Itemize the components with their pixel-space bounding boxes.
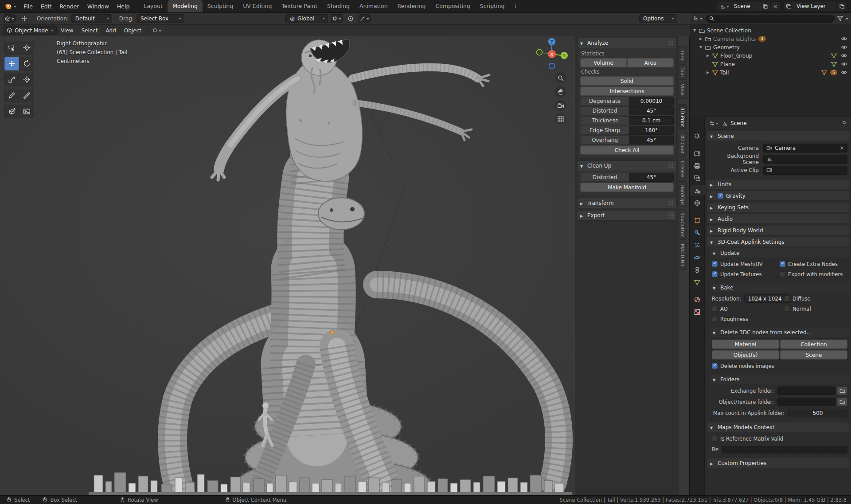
subpanel-header-delete-3dc-nodes[interactable]: Delete 3DC nodes from selected... xyxy=(710,328,849,337)
new-view-layer-button[interactable] xyxy=(837,2,847,11)
workspace-tab-texture-paint[interactable]: Texture Paint xyxy=(277,0,322,12)
update-textures-checkbox[interactable]: Update Textures xyxy=(712,271,761,277)
matrix-cell[interactable] xyxy=(785,446,800,453)
workspace-tab-animation[interactable]: Animation xyxy=(355,0,393,12)
3d-viewport[interactable]: Right Orthographic (63) Scene Collection… xyxy=(0,36,690,495)
delete-nodes-images-checkbox[interactable]: Delete nodes images xyxy=(712,363,774,369)
properties-tab-material[interactable] xyxy=(691,294,704,305)
snap-toggle-button[interactable] xyxy=(331,14,343,23)
properties-tab-particles[interactable] xyxy=(691,240,704,250)
mode-dropdown[interactable]: Object Mode xyxy=(3,26,57,35)
add-cube-tool-button[interactable] xyxy=(4,105,19,118)
annotate-tool-button[interactable] xyxy=(4,89,19,102)
move-tool-button[interactable] xyxy=(4,57,19,70)
normal-checkbox[interactable]: Normal xyxy=(784,306,811,312)
outliner-search-input[interactable] xyxy=(706,15,835,23)
panel-header-export[interactable]: Export xyxy=(578,211,676,220)
monster-model[interactable] xyxy=(172,39,559,495)
sidebar-tab-create[interactable]: Create xyxy=(679,158,687,180)
sidebar-tab-view[interactable]: View xyxy=(679,81,687,98)
panel-header-3d-coat-applink[interactable]: 3D-Coat Applink Settings xyxy=(707,237,849,247)
cursor-tool-button[interactable] xyxy=(20,41,34,55)
diffuse-checkbox[interactable]: Diffuse xyxy=(784,296,810,302)
menu-edit[interactable]: Edit xyxy=(37,0,55,12)
panel-header-rigid-body-world[interactable]: Rigid Body World xyxy=(707,225,849,235)
properties-tab-output[interactable] xyxy=(691,160,704,171)
sidebar-tab-hardops[interactable]: HardOps xyxy=(679,181,687,209)
subpanel-header-folders[interactable]: Folders xyxy=(710,375,849,384)
menu-window[interactable]: Window xyxy=(83,0,113,12)
properties-tab-world[interactable] xyxy=(691,198,704,208)
matrix-cell[interactable] xyxy=(800,446,816,453)
object-texture-folder-input[interactable] xyxy=(777,398,835,406)
hide-in-viewport-eye-icon[interactable] xyxy=(841,69,847,76)
blender-menu-button[interactable] xyxy=(0,3,20,10)
workspace-tab-sculpting[interactable]: Sculpting xyxy=(203,0,238,12)
intersections-check-button[interactable]: Intersections xyxy=(580,86,674,96)
delete-scene-button[interactable]: Scene xyxy=(780,350,847,359)
menu-file[interactable]: File xyxy=(20,0,37,12)
expand-arrow-icon[interactable] xyxy=(707,54,712,58)
outliner-row-tail[interactable]: Tail 5 xyxy=(690,68,851,77)
ao-checkbox[interactable]: AO xyxy=(712,306,728,312)
matrix-cell[interactable] xyxy=(753,446,769,453)
outliner-row-scene-collection[interactable]: Scene Collection xyxy=(690,26,851,35)
outliner-row-floor-group[interactable]: Floor_Group xyxy=(690,51,851,60)
delete-collection-button[interactable]: Collection xyxy=(780,340,847,349)
expand-arrow-icon[interactable] xyxy=(699,37,705,41)
properties-tab-texture[interactable] xyxy=(691,307,704,317)
background-scene-field[interactable] xyxy=(763,155,847,164)
panel-header-scene[interactable]: Scene xyxy=(707,131,849,141)
create-extra-nodes-checkbox[interactable]: Create Extra Nodes xyxy=(780,261,838,267)
unlink-scene-button[interactable] xyxy=(771,2,780,11)
scale-tool-button[interactable] xyxy=(4,73,19,86)
workspace-tab-rendering[interactable]: Rendering xyxy=(393,0,431,12)
expand-arrow-icon[interactable] xyxy=(699,45,705,49)
menu-render[interactable]: Render xyxy=(55,0,83,12)
workspace-tab-modeling[interactable]: Modeling xyxy=(168,0,203,12)
properties-tab-view-layer[interactable] xyxy=(691,173,704,183)
properties-tab-tool[interactable] xyxy=(691,131,704,141)
update-mesh-uv-checkbox[interactable]: Update Mesh/UV xyxy=(712,261,763,267)
chevron-down-icon[interactable] xyxy=(846,18,848,21)
camera-view-button[interactable] xyxy=(555,100,566,111)
properties-tab-render[interactable] xyxy=(691,148,704,158)
workspace-tab-compositing[interactable]: Compositing xyxy=(430,0,475,12)
matrix-cell[interactable] xyxy=(816,446,831,453)
max-count-number-field[interactable]: 500 xyxy=(788,409,847,417)
zoom-view-button[interactable] xyxy=(555,72,566,83)
delete-material-button[interactable]: Material xyxy=(712,340,779,349)
menu-view[interactable]: View xyxy=(57,27,77,34)
menu-help[interactable]: Help xyxy=(113,0,134,12)
workspace-tab-scripting[interactable]: Scripting xyxy=(475,0,510,12)
extra-tool-button[interactable] xyxy=(20,105,34,118)
outliner-row-camera-lights[interactable]: Camera &Lights 4 xyxy=(690,35,851,43)
measure-tool-button[interactable] xyxy=(20,89,34,102)
editor-type-button[interactable] xyxy=(692,14,703,23)
browse-folder-button[interactable] xyxy=(837,387,847,395)
new-scene-button[interactable] xyxy=(760,2,771,11)
export-with-modifiers-checkbox[interactable]: Export with modifiers xyxy=(780,271,843,277)
cleanup-distorted-field[interactable]: Distorted45° xyxy=(580,173,674,182)
is-reference-matrix-valid-checkbox[interactable]: Is Reference Matrix Valid xyxy=(712,436,783,442)
properties-tab-object-data[interactable] xyxy=(691,277,704,287)
sidebar-tab-boxcutter[interactable]: BoxCutter xyxy=(679,209,687,240)
panel-header-custom-properties[interactable]: Custom Properties xyxy=(707,458,849,468)
tool-options-dropdown[interactable] xyxy=(151,26,162,35)
menu-object[interactable]: Object xyxy=(120,27,145,34)
panel-header-transform[interactable]: Transform xyxy=(578,198,676,208)
reference-matrix-row[interactable]: Re xyxy=(712,445,847,454)
expand-arrow-icon[interactable] xyxy=(707,70,712,74)
view-layer-name-field[interactable]: View Layer xyxy=(794,2,837,11)
panel-header-units[interactable]: Units xyxy=(707,179,849,189)
roughness-checkbox[interactable]: Roughness xyxy=(712,316,748,322)
make-manifold-button[interactable]: Make Manifold xyxy=(580,183,674,192)
hide-in-viewport-eye-icon[interactable] xyxy=(841,61,847,67)
properties-tab-scene[interactable] xyxy=(690,185,705,195)
panel-header-clean-up[interactable]: Clean Up xyxy=(578,161,676,171)
thickness-field[interactable]: Thickness0.1 cm xyxy=(580,116,674,125)
sidebar-tab-3d-coat[interactable]: 3D-Coat xyxy=(679,131,687,157)
filter-icon[interactable] xyxy=(837,15,843,22)
properties-tab-object[interactable] xyxy=(691,215,704,225)
outliner-row-plane[interactable]: Plane xyxy=(690,60,851,68)
